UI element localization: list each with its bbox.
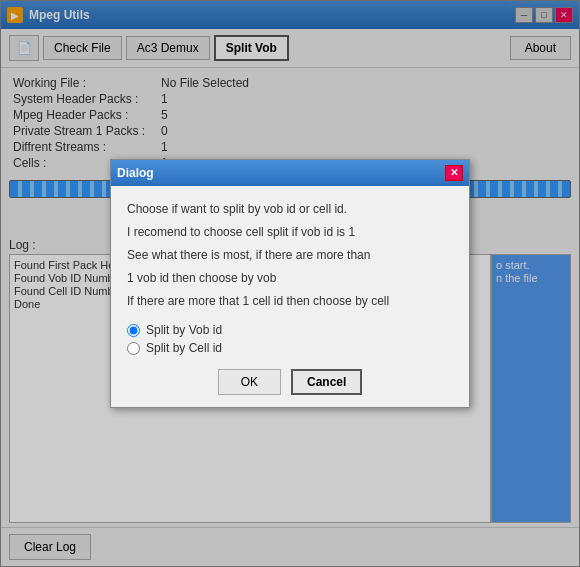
dialog-text-line-2: See what there is most, if there are mor… xyxy=(127,246,453,265)
radio-group: Split by Vob id Split by Cell id xyxy=(127,323,453,355)
dialog-text-line-4: If there are more that 1 cell id then ch… xyxy=(127,292,453,311)
dialog-buttons: OK Cancel xyxy=(127,369,453,395)
radio-cell-input[interactable] xyxy=(127,342,140,355)
dialog-overlay: Dialog ✕ Choose if want to split by vob … xyxy=(0,0,580,567)
dialog: Dialog ✕ Choose if want to split by vob … xyxy=(110,159,470,409)
dialog-body: Choose if want to split by vob id or cel… xyxy=(111,186,469,408)
dialog-text-line-1: I recomend to choose cell split if vob i… xyxy=(127,223,453,242)
dialog-text-line-0: Choose if want to split by vob id or cel… xyxy=(127,200,453,219)
radio-vob-input[interactable] xyxy=(127,324,140,337)
radio-cell-label: Split by Cell id xyxy=(146,341,222,355)
radio-vob-label: Split by Vob id xyxy=(146,323,222,337)
dialog-close-button[interactable]: ✕ xyxy=(445,165,463,181)
dialog-text-line-3: 1 vob id then choose by vob xyxy=(127,269,453,288)
dialog-cancel-button[interactable]: Cancel xyxy=(291,369,362,395)
dialog-ok-button[interactable]: OK xyxy=(218,369,281,395)
dialog-title: Dialog xyxy=(117,166,154,180)
dialog-title-bar: Dialog ✕ xyxy=(111,160,469,186)
dialog-text: Choose if want to split by vob id or cel… xyxy=(127,200,453,312)
radio-cell-row: Split by Cell id xyxy=(127,341,453,355)
radio-vob-row: Split by Vob id xyxy=(127,323,453,337)
